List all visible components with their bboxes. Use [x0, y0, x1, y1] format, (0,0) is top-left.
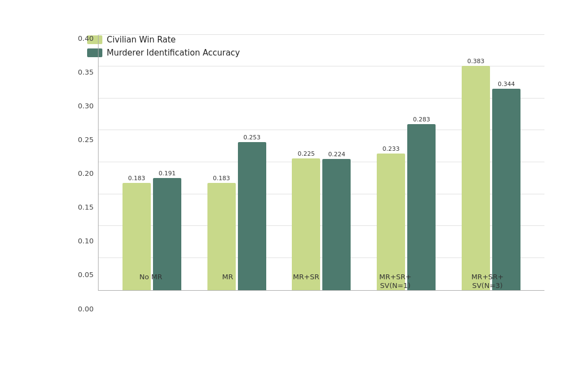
bars-container: 0.183 0.191 0.183 — [99, 35, 544, 290]
y-tick-0: 0.00 — [78, 305, 94, 312]
bar-mr-sr-sv3-civilian — [462, 66, 490, 290]
group-mr-sr-sv3-bars: 0.383 0.344 — [462, 58, 520, 290]
bar-wrapper-mr-sr-sv3-civilian: 0.383 — [462, 58, 490, 290]
y-tick-8: 0.40 — [78, 35, 94, 42]
y-tick-6: 0.30 — [78, 102, 94, 109]
y-tick-7: 0.35 — [78, 69, 94, 76]
bar-value-mr-sr-sv3-civilian: 0.383 — [467, 58, 485, 65]
x-label-mr: MR — [222, 273, 233, 282]
group-mr-sr-sv3: 0.383 0.344 — [462, 58, 520, 290]
y-tick-4: 0.20 — [78, 170, 94, 177]
plot-area: 0.183 0.191 0.183 — [98, 35, 544, 291]
x-label-mr-sr: MR+SR — [293, 273, 319, 282]
chart-container: Civilian Win Rate Murderer Identificatio… — [22, 19, 566, 356]
bar-wrapper-mr-sr-sv3-murderer: 0.344 — [492, 81, 520, 290]
bar-value-mr-sr-murderer: 0.224 — [328, 151, 346, 158]
bar-value-no-mr-murderer: 0.191 — [158, 170, 176, 177]
bar-value-mr-murderer: 0.253 — [243, 134, 261, 141]
y-tick-5: 0.25 — [78, 136, 94, 143]
bar-value-mr-sr-sv1-murderer: 0.283 — [413, 116, 431, 123]
group-mr-sr-sv1: 0.233 0.283 — [377, 116, 436, 290]
bar-value-mr-sr-civilian: 0.225 — [298, 150, 315, 157]
x-label-mr-sr-sv1: MR+SR+SV(N=1) — [379, 273, 411, 291]
bar-value-mr-sr-sv3-murderer: 0.344 — [498, 81, 515, 88]
bar-value-no-mr-civilian: 0.183 — [128, 175, 145, 182]
bar-value-mr-sr-sv1-civilian: 0.233 — [383, 145, 400, 152]
y-tick-2: 0.10 — [78, 237, 94, 244]
y-tick-3: 0.15 — [78, 204, 94, 211]
group-mr-sr-sv1-bars: 0.233 0.283 — [377, 116, 436, 290]
group-mr: 0.183 0.253 — [207, 134, 266, 290]
x-labels: No MR MR MR+SR MR+SR+SV(N=1) MR+SR+SV(N=… — [99, 268, 544, 290]
y-axis: 0.00 0.05 0.10 0.15 0.20 0.25 0.30 0.35 … — [65, 35, 98, 312]
bar-wrapper-mr-murderer: 0.253 — [238, 134, 266, 290]
bar-mr-sr-sv3-murderer — [492, 89, 520, 290]
bar-wrapper-mr-sr-sv1-murderer: 0.283 — [407, 116, 436, 290]
bar-mr-sr-sv1-murderer — [407, 124, 436, 290]
x-label-no-mr: No MR — [139, 273, 162, 282]
chart-area: 0.00 0.05 0.10 0.15 0.20 0.25 0.30 0.35 … — [65, 35, 544, 312]
group-mr-bars: 0.183 0.253 — [207, 134, 266, 290]
x-label-mr-sr-sv3: MR+SR+SV(N=3) — [471, 273, 504, 291]
bar-value-mr-civilian: 0.183 — [213, 175, 230, 182]
y-tick-1: 0.05 — [78, 271, 94, 278]
